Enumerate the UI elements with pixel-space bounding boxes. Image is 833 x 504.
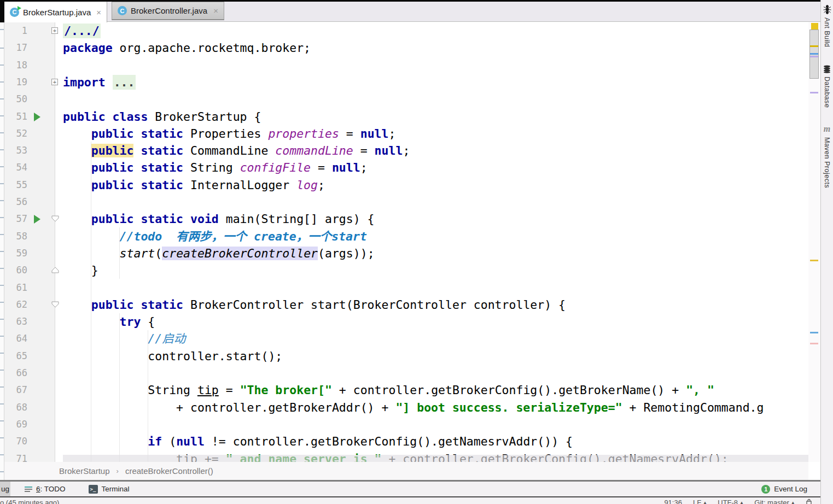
error-stripe-mark[interactable] [810, 45, 818, 47]
code-line[interactable]: 62 public static BrokerController start(… [4, 296, 808, 314]
maven-icon: m [824, 124, 830, 134]
code-text: import ... [63, 74, 136, 91]
toolwindow-todo-button[interactable]: 6: TODO [25, 485, 66, 493]
code-line[interactable]: 60 } [4, 262, 808, 279]
fold-expand-icon[interactable] [51, 267, 59, 273]
code-line[interactable]: 67 String tip = "The broker[" + controll… [4, 382, 808, 399]
event-count-badge: 1 [761, 485, 770, 494]
code-segment-p: { [141, 315, 155, 329]
code-segment-p: ( [155, 247, 162, 260]
code-line[interactable]: 1+/.../ [4, 22, 808, 40]
tab-label: BrokerController.java [131, 6, 207, 15]
code-line[interactable]: 55 public static InternalLogger log; [4, 177, 808, 194]
fold-collapse-icon[interactable] [51, 215, 59, 222]
close-icon[interactable]: × [213, 6, 218, 15]
error-stripe-mark[interactable] [810, 56, 818, 57]
code-segment-p: controller.start(); [63, 349, 282, 363]
code-line[interactable]: 18 [4, 57, 808, 74]
code-segment-k: try [120, 315, 141, 329]
horizontal-scrollbar[interactable] [63, 455, 808, 462]
fold-plus-icon[interactable]: + [51, 79, 58, 85]
toolwindow-terminal-button[interactable]: >_ Terminal [89, 485, 130, 494]
tab-brokerstartup[interactable]: C BrokerStartup.java × [4, 2, 107, 22]
code-text: public class BrokerStartup { [63, 108, 261, 125]
code-line[interactable]: 54 public static String configFile = nul… [4, 159, 808, 177]
line-number: 71 [4, 450, 27, 462]
code-line[interactable]: 57 public static void main(String[] args… [4, 210, 808, 228]
code-segment-ith: createBrokerController [162, 247, 318, 260]
line-number: 70 [4, 433, 27, 450]
line-number: 63 [4, 313, 27, 330]
tab-brokercontroller[interactable]: C BrokerController.java × [112, 2, 224, 20]
code-line[interactable]: 51public class BrokerStartup { [4, 108, 808, 126]
error-stripe-mark[interactable] [810, 332, 818, 333]
status-message: o (45 minutes ago) [0, 499, 59, 504]
code-line[interactable]: 50 [4, 91, 808, 108]
line-number: 57 [4, 210, 27, 227]
todo-label: 6: TODO [36, 485, 66, 493]
code-segment-cm: //启动 [148, 332, 185, 345]
toolwindow-database[interactable]: Database [823, 65, 831, 108]
code-segment-p: InternalLogger [183, 178, 296, 192]
caret-position-widget[interactable]: 91:36 [664, 499, 682, 504]
code-line[interactable]: 69 [4, 416, 808, 433]
code-editor[interactable]: 1+/.../17package org.apache.rocketmq.bro… [4, 22, 808, 462]
code-segment-p: ; [388, 127, 395, 140]
code-line[interactable]: 53 public static CommandLine commandLine… [4, 142, 808, 160]
code-segment-p: + controller.getBrokerConfig().getBroker… [332, 383, 686, 397]
code-line[interactable]: 61 [4, 279, 808, 297]
ide-window: C BrokerStartup.java × C BrokerControlle… [0, 0, 833, 504]
run-overlay-icon [18, 6, 21, 10]
fold-collapse-icon[interactable] [51, 301, 59, 308]
code-segment-k: public static [91, 127, 183, 140]
terminal-label: Terminal [102, 485, 130, 493]
error-stripe-mark[interactable] [810, 260, 818, 261]
line-number: 65 [4, 348, 27, 365]
error-stripe-mark[interactable] [810, 53, 818, 55]
code-text: try { [63, 313, 155, 330]
code-segment-p [63, 230, 120, 243]
code-segment-u: tip [197, 383, 219, 397]
code-line[interactable]: 52 public static Properties properties =… [4, 125, 808, 143]
line-number: 66 [4, 365, 27, 382]
code-line[interactable]: 70 if (null != controller.getBrokerConfi… [4, 433, 808, 450]
code-line[interactable]: 68 + controller.getBrokerAddr() + "] boo… [4, 399, 808, 417]
code-line[interactable]: 19+import ... [4, 74, 808, 91]
run-icon[interactable] [34, 215, 40, 224]
toolwindow-debug-button[interactable]: ug [0, 482, 10, 496]
close-icon[interactable]: × [96, 8, 101, 17]
code-segment-p: org.apache.rocketmq.broker; [113, 41, 311, 55]
code-line[interactable]: 58 //todo 有两步，一个 create，一个start [4, 228, 808, 245]
code-line[interactable]: 56 [4, 194, 808, 211]
error-stripe-mark[interactable] [810, 343, 818, 344]
fold-plus-icon[interactable]: + [51, 27, 58, 34]
line-ending-widget[interactable]: LF ▴ [693, 499, 707, 504]
code-line[interactable]: 63 try { [4, 313, 808, 331]
vcs-branch-widget[interactable]: Git: master ▴ [754, 499, 795, 504]
code-line[interactable]: 59 start(createBrokerController(args)); [4, 245, 808, 262]
code-segment-fold: /.../ [63, 24, 101, 38]
code-segment-p: + controller.getBrokerAddr() + [63, 401, 395, 414]
breadcrumb-method[interactable]: createBrokerController() [125, 466, 213, 476]
line-number: 64 [4, 330, 27, 347]
run-icon[interactable] [34, 113, 40, 121]
code-segment-k: public static [91, 298, 183, 312]
event-log-button[interactable]: 1 Event Log [761, 485, 807, 494]
encoding-widget[interactable]: UTF-8 ▴ [718, 499, 743, 504]
code-segment-p [63, 332, 148, 345]
code-segment-f: commandLine [275, 144, 353, 157]
breadcrumb-class[interactable]: BrokerStartup [59, 466, 110, 476]
line-number: 52 [4, 125, 27, 142]
code-segment-p: Properties [183, 127, 268, 140]
lock-icon[interactable] [806, 499, 812, 504]
code-line[interactable]: 66 [4, 365, 808, 382]
code-segment-k: package [63, 41, 113, 55]
toolwindow-ant-build[interactable]: Ant Build [823, 5, 831, 48]
code-segment-k: public static void [91, 212, 219, 226]
error-stripe-mark[interactable] [810, 92, 818, 93]
toolwindow-maven-projects[interactable]: m Maven Projects [823, 124, 831, 188]
code-line[interactable]: 17package org.apache.rocketmq.broker; [4, 39, 808, 57]
code-line[interactable]: 64 //启动 [4, 330, 808, 348]
line-number: 58 [4, 228, 27, 245]
code-line[interactable]: 65 controller.start(); [4, 348, 808, 365]
